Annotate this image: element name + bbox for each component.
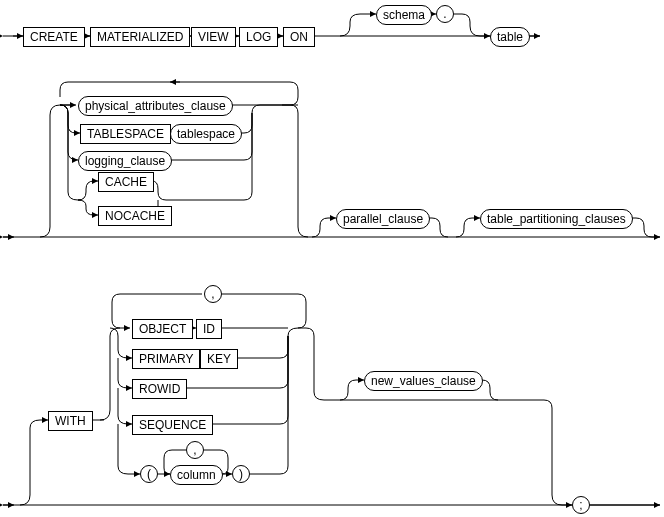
nt-column: column bbox=[170, 465, 223, 485]
semicolon: ; bbox=[572, 496, 590, 514]
rparen: ) bbox=[232, 465, 250, 483]
kw-log: LOG bbox=[239, 27, 278, 47]
lparen: ( bbox=[140, 465, 158, 483]
kw-key: KEY bbox=[200, 349, 238, 369]
nt-tablespace: tablespace bbox=[170, 124, 242, 144]
kw-rowid: ROWID bbox=[132, 379, 187, 399]
dot: . bbox=[436, 5, 454, 23]
kw-object: OBJECT bbox=[132, 319, 193, 339]
nt-table-partitioning-clauses: table_partitioning_clauses bbox=[480, 209, 633, 229]
kw-nocache: NOCACHE bbox=[98, 206, 172, 226]
kw-sequence: SEQUENCE bbox=[132, 415, 213, 435]
nt-new-values-clause: new_values_clause bbox=[364, 371, 483, 391]
kw-primary: PRIMARY bbox=[132, 349, 200, 369]
nt-table: table bbox=[490, 27, 530, 47]
kw-cache: CACHE bbox=[98, 172, 154, 192]
sep-comma-outer: , bbox=[204, 285, 222, 303]
kw-with: WITH bbox=[48, 411, 93, 431]
sep-comma-inner: , bbox=[186, 441, 204, 459]
kw-materialized: MATERIALIZED bbox=[90, 27, 190, 47]
nt-schema: schema bbox=[376, 5, 432, 25]
kw-on: ON bbox=[283, 27, 315, 47]
nt-parallel-clause: parallel_clause bbox=[336, 209, 430, 229]
kw-tablespace: TABLESPACE bbox=[80, 124, 171, 144]
kw-id: ID bbox=[196, 319, 222, 339]
nt-physical-attributes-clause: physical_attributes_clause bbox=[78, 96, 233, 116]
kw-create: CREATE bbox=[23, 27, 85, 47]
kw-view: VIEW bbox=[191, 27, 236, 47]
nt-logging-clause: logging_clause bbox=[78, 151, 172, 171]
